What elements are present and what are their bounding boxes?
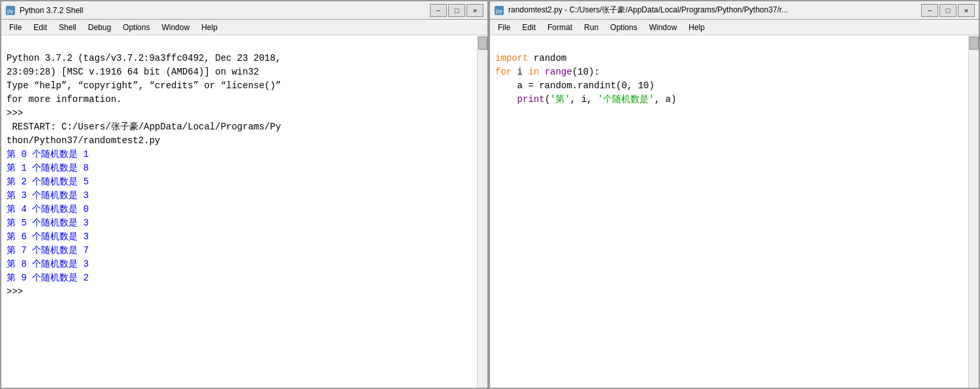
shell-output-line-1: 第 1 个随机数是 8 (7, 163, 89, 173)
shell-menu-options[interactable]: Options (118, 22, 155, 33)
svg-text:py: py (7, 8, 14, 14)
editor-minimize-button[interactable]: − (921, 4, 938, 17)
shell-output-line-2: 第 2 个随机数是 5 (7, 177, 89, 187)
shell-menu-edit[interactable]: Edit (28, 22, 52, 33)
shell-title-text: Python 3.7.2 Shell (20, 6, 83, 15)
code-line-4: print('第', i, '个随机数是', a) (495, 94, 676, 105)
shell-maximize-button[interactable]: □ (448, 4, 465, 17)
shell-title-left: py Python 3.7.2 Shell (5, 5, 83, 16)
editor-scrollbar-thumb[interactable] (970, 37, 979, 50)
shell-startup-text: Python 3.7.2 (tags/v3.7.2:9a3ffc0492, De… (7, 53, 281, 105)
shell-output-line-0: 第 0 个随机数是 1 (7, 149, 89, 160)
editor-menu-format[interactable]: Format (542, 22, 578, 33)
shell-menu-help[interactable]: Help (196, 22, 223, 33)
shell-menu-bar: File Edit Shell Debug Options Window Hel… (1, 20, 487, 35)
code-line-2: for i in range(10): (495, 67, 600, 77)
shell-menu-file[interactable]: File (4, 22, 27, 33)
editor-menu-bar: File Edit Format Run Options Window Help (490, 20, 979, 35)
shell-content-area: Python 3.7.2 (tags/v3.7.2:9a3ffc0492, De… (1, 35, 487, 388)
shell-window: py Python 3.7.2 Shell − □ × File Edit Sh… (0, 0, 489, 389)
shell-restart-text: RESTART: C:/Users/张子豪/AppData/Local/Prog… (7, 122, 281, 146)
shell-scrollbar-thumb[interactable] (478, 37, 487, 50)
shell-menu-shell[interactable]: Shell (54, 22, 82, 33)
shell-close-button[interactable]: × (466, 4, 483, 17)
editor-content-area: import random for i in range(10): a = ra… (490, 35, 979, 388)
code-line-1: import random (495, 53, 566, 63)
shell-output-line-3: 第 3 个随机数是 3 (7, 190, 89, 201)
shell-output-line-8: 第 8 个随机数是 3 (7, 259, 89, 269)
shell-prompt-1: >>> (7, 108, 23, 118)
editor-code[interactable]: import random for i in range(10): a = ra… (490, 35, 968, 388)
shell-output-line-4: 第 4 个随机数是 0 (7, 204, 89, 214)
shell-output-line-7: 第 7 个随机数是 7 (7, 245, 89, 256)
editor-title-bar: py randomtest2.py - C:/Users/张子豪/AppData… (490, 1, 979, 20)
editor-window: py randomtest2.py - C:/Users/张子豪/AppData… (489, 0, 980, 389)
shell-output-line-6: 第 6 个随机数是 3 (7, 231, 89, 242)
editor-menu-file[interactable]: File (493, 22, 515, 33)
editor-menu-help[interactable]: Help (683, 22, 710, 33)
shell-minimize-button[interactable]: − (430, 4, 447, 17)
editor-title-left: py randomtest2.py - C:/Users/张子豪/AppData… (494, 5, 788, 16)
editor-close-button[interactable]: × (958, 4, 975, 17)
editor-menu-options[interactable]: Options (605, 22, 642, 33)
editor-title-controls: − □ × (921, 4, 975, 17)
editor-title-text: randomtest2.py - C:/Users/张子豪/AppData/Lo… (508, 5, 788, 16)
shell-output-line-9: 第 9 个随机数是 2 (7, 273, 89, 283)
python-icon: py (5, 5, 16, 16)
shell-scrollbar[interactable] (477, 35, 487, 388)
shell-output-line-5: 第 5 个随机数是 3 (7, 218, 89, 228)
shell-prompt-2: >>> (7, 286, 29, 297)
editor-menu-edit[interactable]: Edit (517, 22, 541, 33)
shell-title-controls: − □ × (430, 4, 483, 17)
shell-menu-window[interactable]: Window (156, 22, 195, 33)
editor-menu-window[interactable]: Window (644, 22, 682, 33)
shell-output[interactable]: Python 3.7.2 (tags/v3.7.2:9a3ffc0492, De… (1, 35, 477, 388)
editor-scrollbar[interactable] (968, 35, 979, 388)
editor-menu-run[interactable]: Run (579, 22, 604, 33)
editor-maximize-button[interactable]: □ (939, 4, 956, 17)
svg-text:py: py (496, 8, 502, 14)
editor-python-icon: py (494, 5, 504, 16)
shell-title-bar: py Python 3.7.2 Shell − □ × (1, 1, 487, 20)
shell-menu-debug[interactable]: Debug (83, 22, 116, 33)
code-line-3: a = random.randint(0, 10) (495, 80, 655, 91)
